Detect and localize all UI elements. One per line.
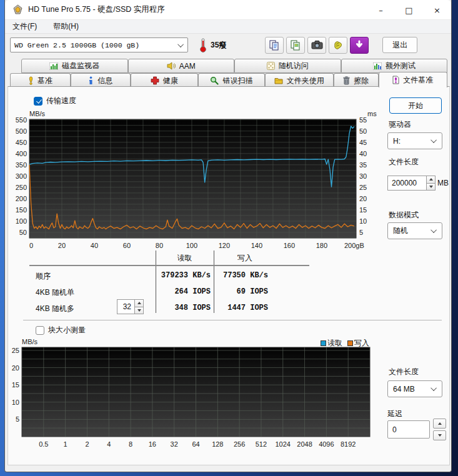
data-mode-value: 随机 [393,226,408,236]
svg-text:16: 16 [149,440,156,448]
drive-select[interactable]: WD Green 2.5 1000GB (1000 gB) [10,37,188,52]
tab-label: 擦除 [354,76,369,86]
spin-down-button[interactable] [426,184,436,191]
tab-aam[interactable]: AAM [128,59,235,73]
transfer-speed-checkbox[interactable]: 传输速度 [34,96,76,106]
tab-error-scan[interactable]: 错误扫描 [198,73,265,87]
save-screenshot-button[interactable] [307,37,326,54]
extra-tests-icon [373,62,382,70]
exit-button[interactable]: 退出 [382,37,417,53]
block-file-length-label: 文件长度 [389,367,419,377]
svg-text:160: 160 [284,242,295,249]
copy-text-button[interactable] [265,37,284,54]
queue-depth-value[interactable]: 32 [117,299,134,314]
svg-text:0: 0 [29,242,33,249]
section-separator [23,320,442,320]
spin-up-button[interactable] [433,419,446,429]
minimize-button[interactable]: – [367,0,395,20]
svg-text:35: 35 [359,161,367,169]
checkbox-checked-icon [34,97,42,106]
close-button[interactable]: × [423,0,451,20]
tab-label: 文件基准 [403,75,433,86]
svg-text:250: 250 [16,184,27,191]
svg-text:8192: 8192 [341,440,356,448]
menu-file[interactable]: 文件(F) [10,20,39,33]
svg-text:2048: 2048 [297,440,312,448]
aam-speaker-icon [167,62,176,70]
table-row-label: 4KB 随机多 [36,304,74,314]
spin-down-button[interactable] [433,430,446,440]
tab-info[interactable]: 信息 [71,73,131,87]
delay-input[interactable]: 0 [387,420,430,439]
svg-text:150: 150 [16,206,27,214]
arrow-down-icon [429,186,433,188]
maximize-button[interactable]: □ [395,0,423,20]
svg-text:MB/s: MB/s [29,110,46,117]
svg-text:140: 140 [251,242,262,249]
svg-text:25: 25 [359,184,367,191]
tab-disk-monitor[interactable]: 磁盘监视器 [21,59,128,73]
block-file-length-dropdown[interactable]: 64 MB [387,380,442,397]
download-button[interactable] [350,37,369,54]
file-length-value[interactable]: 200000 [387,176,426,191]
copy-image-icon [290,39,301,51]
svg-text:200gB: 200gB [344,242,364,249]
tab-benchmark[interactable]: 基准 [10,73,71,87]
svg-text:60: 60 [123,242,131,249]
svg-text:50: 50 [19,229,27,236]
svg-text:8: 8 [129,440,132,448]
disk-monitor-icon [49,62,58,70]
tab-label: 信息 [97,76,112,86]
tab-erase[interactable]: 擦除 [334,73,379,87]
menu-bar: 文件(F) 帮助(H) [5,20,451,34]
file-length-unit: MB [437,179,449,187]
svg-text:550: 550 [16,116,27,124]
menu-help[interactable]: 帮助(H) [51,20,81,33]
arrow-up-icon [429,178,433,181]
svg-text:5: 5 [16,415,19,423]
svg-text:1: 1 [64,440,67,448]
svg-text:128: 128 [212,440,223,448]
block-size-chart: MB/s2520151050.5124816326412825651210242… [8,337,383,450]
svg-text:10: 10 [359,217,367,225]
copy-image-button[interactable] [286,37,305,54]
table-header-write: 写入 [214,253,276,264]
toolbar: WD Green 2.5 1000GB (1000 gB) 35癈 [5,34,451,56]
file-length-spinner[interactable]: 200000 [387,176,436,191]
chevron-down-icon [431,385,437,391]
svg-text:200: 200 [16,195,27,202]
block-size-checkbox[interactable]: 块大小测量 [36,325,86,335]
tab-random-access[interactable]: 随机访问 [234,59,341,73]
drive-select-value: WD Green 2.5 1000GB (1000 gB) [14,41,139,49]
camera-icon [311,40,323,50]
svg-text:4096: 4096 [319,440,334,448]
svg-text:300: 300 [16,172,27,180]
svg-text:ms: ms [367,110,377,117]
table-row-write: 77350 KB/s [196,271,268,280]
svg-text:32: 32 [171,440,178,448]
data-mode-dropdown[interactable]: 随机 [387,222,442,239]
tab-health[interactable]: 健康 [131,73,198,87]
delay-label: 延迟 [387,409,402,419]
file-length-label: 文件长度 [389,157,419,167]
download-arrow-icon [354,40,364,50]
drive-dropdown[interactable]: H: [387,132,442,149]
file-benchmark-icon [392,76,399,84]
tab-label: 随机访问 [279,61,309,71]
svg-text:450: 450 [16,139,27,146]
svg-text:5: 5 [359,229,363,236]
tab-extra-tests[interactable]: 额外测试 [341,59,448,73]
start-button[interactable]: 开始 [389,97,442,114]
info-icon [88,76,94,85]
spin-up-button[interactable] [426,176,436,184]
tab-file-benchmark[interactable]: 文件基准 [379,72,447,87]
svg-text:50: 50 [359,127,367,135]
tab-folder-usage[interactable]: 文件夹使用 [265,73,334,87]
tab-label: 磁盘监视器 [62,61,99,71]
hand-button[interactable] [329,37,347,54]
delay-spinner [433,419,446,440]
file-benchmark-panel: 传输速度 MB/sms55050045040035030025020015010… [7,86,450,465]
svg-text:20: 20 [58,242,66,249]
svg-text:100: 100 [16,217,27,225]
folder-usage-icon [274,77,283,84]
